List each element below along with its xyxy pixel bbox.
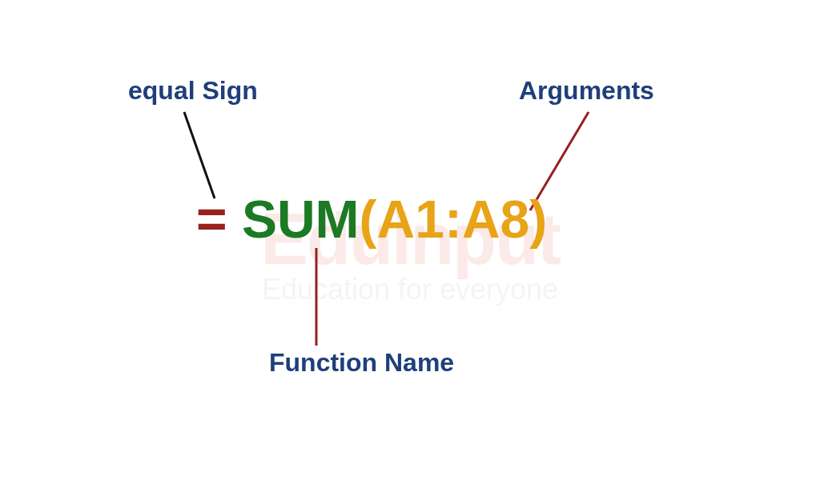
label-equal-sign: equal Sign [128, 76, 258, 106]
label-function-name: Function Name [269, 348, 454, 378]
arguments-text: A1:A8 [377, 190, 530, 249]
function-name-text: SUM [242, 190, 360, 249]
equals-symbol: = [196, 190, 227, 249]
space [227, 190, 242, 249]
line-equal-sign [184, 112, 215, 198]
connector-lines [0, 0, 820, 504]
formula-display: = SUM(A1:A8) [196, 189, 547, 250]
watermark-subtitle: Education for everyone [260, 273, 560, 306]
open-paren: ( [360, 190, 377, 249]
close-paren: ) [529, 190, 547, 249]
label-arguments: Arguments [519, 76, 654, 106]
